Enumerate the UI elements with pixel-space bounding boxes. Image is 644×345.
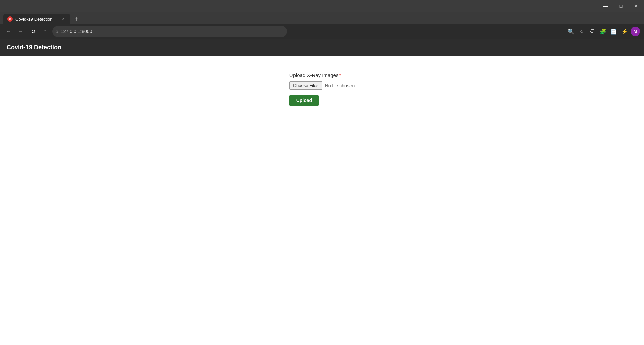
forward-button[interactable]: →	[16, 27, 25, 36]
nav-bar: ← → ↻ ⌂ ℹ 127.0.0.1:8000 🔍 ☆ 🛡 🧩 📄 ⚡ M	[0, 24, 644, 39]
pdf-button[interactable]: 📄	[609, 27, 619, 36]
file-input-row: Choose Files No file chosen	[289, 81, 355, 90]
tab-title: Covid-19 Detection	[15, 17, 58, 22]
back-button[interactable]: ←	[4, 27, 13, 36]
tab-bar: C Covid-19 Detection × +	[0, 12, 644, 24]
tab-favicon: C	[7, 16, 13, 22]
bookmark-button[interactable]: ☆	[577, 27, 586, 36]
reload-button[interactable]: ↻	[28, 27, 38, 36]
active-tab[interactable]: C Covid-19 Detection ×	[3, 14, 70, 24]
browser-window: — □ ✕ C Covid-19 Detection × + ← → ↻ ⌂ ℹ…	[0, 0, 644, 345]
page-content: Upload X-Ray Images * Choose Files No fi…	[0, 56, 644, 345]
user-avatar[interactable]: M	[631, 27, 640, 36]
page-header: Covid-19 Detection	[0, 39, 644, 56]
address-bar[interactable]: ℹ 127.0.0.1:8000	[52, 26, 287, 37]
shield-button[interactable]: 🛡	[588, 27, 597, 36]
search-button[interactable]: 🔍	[566, 27, 576, 36]
title-bar: — □ ✕	[0, 0, 644, 12]
url-text: 127.0.0.1:8000	[61, 29, 92, 34]
close-button[interactable]: ✕	[629, 0, 644, 12]
new-tab-button[interactable]: +	[72, 14, 82, 24]
upload-form: Upload X-Ray Images * Choose Files No fi…	[289, 72, 355, 106]
upload-label-text: Upload X-Ray Images	[289, 72, 339, 78]
choose-files-button[interactable]: Choose Files	[289, 81, 322, 90]
minimize-button[interactable]: —	[598, 0, 613, 12]
home-button[interactable]: ⌂	[40, 27, 50, 36]
upload-label: Upload X-Ray Images *	[289, 72, 341, 78]
no-file-text: No file chosen	[325, 83, 355, 88]
lock-icon: ℹ	[56, 29, 58, 34]
toolbar-right: 🔍 ☆ 🛡 🧩 📄 ⚡ M	[566, 27, 640, 36]
extensions-button[interactable]: 🧩	[598, 27, 608, 36]
extra-button[interactable]: ⚡	[620, 27, 629, 36]
tab-close-button[interactable]: ×	[60, 16, 66, 22]
required-indicator: *	[339, 73, 341, 78]
upload-button[interactable]: Upload	[289, 95, 319, 106]
window-controls: — □ ✕	[598, 0, 644, 12]
maximize-button[interactable]: □	[613, 0, 629, 12]
page-title: Covid-19 Detection	[7, 44, 61, 51]
